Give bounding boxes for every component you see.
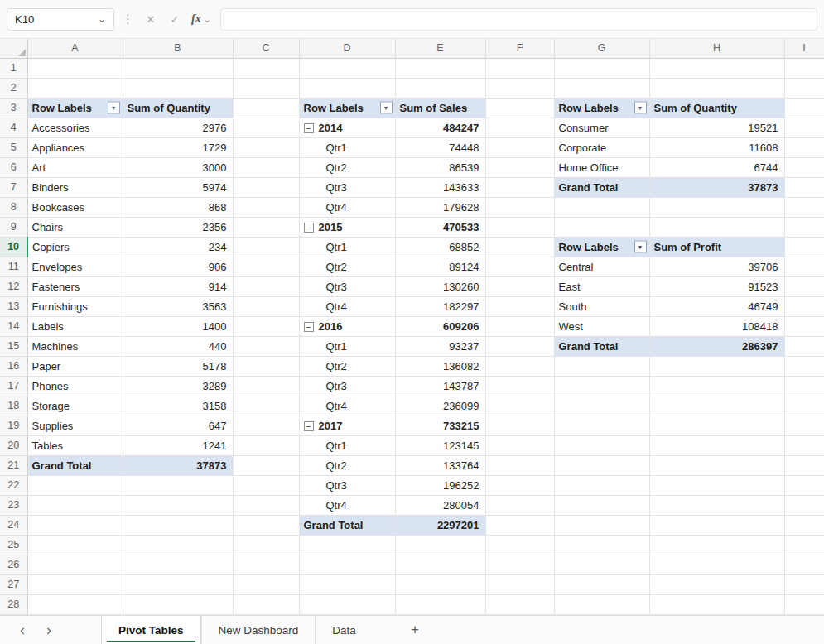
- cell-E13[interactable]: 182297: [395, 296, 485, 316]
- row-header-22[interactable]: 22: [0, 475, 27, 495]
- cell-F10[interactable]: [485, 237, 554, 257]
- cell-D23[interactable]: Qtr4: [299, 495, 395, 515]
- cell-E7[interactable]: 143633: [395, 177, 485, 197]
- cell-C6[interactable]: [233, 157, 299, 177]
- cell-H27[interactable]: [649, 574, 784, 594]
- cell-B14[interactable]: 1400: [123, 316, 233, 336]
- cell-G17[interactable]: [554, 376, 649, 396]
- cell-I26[interactable]: [784, 555, 824, 574]
- cell-I5[interactable]: [784, 137, 824, 157]
- cell-D28[interactable]: [299, 594, 395, 614]
- cell-H5[interactable]: 11608: [649, 137, 784, 157]
- cell-I7[interactable]: [784, 177, 824, 197]
- cell-C3[interactable]: [233, 98, 299, 118]
- cell-E27[interactable]: [395, 574, 485, 594]
- cell-A23[interactable]: [27, 495, 123, 515]
- collapse-icon[interactable]: −: [304, 223, 314, 233]
- cell-G4[interactable]: Consumer: [554, 118, 649, 137]
- filter-dropdown-icon[interactable]: ▾: [634, 102, 647, 114]
- cell-C14[interactable]: [233, 316, 299, 336]
- cell-E12[interactable]: 130260: [395, 276, 485, 296]
- cell-F28[interactable]: [485, 594, 554, 614]
- row-header-3[interactable]: 3: [0, 98, 27, 118]
- cell-B19[interactable]: 647: [123, 416, 233, 435]
- cell-D14[interactable]: −2016: [299, 316, 395, 336]
- cell-F2[interactable]: [485, 78, 554, 98]
- cell-D15[interactable]: Qtr1: [299, 336, 395, 356]
- cell-I16[interactable]: [784, 356, 824, 376]
- cell-I23[interactable]: [784, 495, 824, 515]
- cell-G24[interactable]: [554, 515, 649, 535]
- cell-E4[interactable]: 484247: [395, 118, 485, 137]
- cell-G15[interactable]: Grand Total: [554, 336, 649, 356]
- cell-E8[interactable]: 179628: [395, 197, 485, 217]
- cell-H26[interactable]: [649, 555, 784, 574]
- cell-C7[interactable]: [233, 177, 299, 197]
- cell-A27[interactable]: [27, 574, 123, 594]
- cell-A21[interactable]: Grand Total: [27, 455, 123, 475]
- cell-D9[interactable]: −2015: [299, 217, 395, 237]
- cell-F27[interactable]: [485, 574, 554, 594]
- cell-C27[interactable]: [233, 574, 299, 594]
- cell-H9[interactable]: [649, 217, 784, 237]
- row-header-12[interactable]: 12: [0, 276, 27, 296]
- cell-C23[interactable]: [233, 495, 299, 515]
- cell-G18[interactable]: [554, 396, 649, 416]
- cell-C20[interactable]: [233, 435, 299, 455]
- cell-E19[interactable]: 733215: [395, 416, 485, 435]
- chevron-down-icon[interactable]: ⌄: [98, 13, 106, 25]
- collapse-icon[interactable]: −: [304, 421, 314, 431]
- cell-B13[interactable]: 3563: [123, 296, 233, 316]
- row-header-13[interactable]: 13: [0, 296, 27, 316]
- cell-B15[interactable]: 440: [123, 336, 233, 356]
- cell-A4[interactable]: Accessories: [27, 118, 123, 137]
- cell-E16[interactable]: 136082: [395, 356, 485, 376]
- cell-C15[interactable]: [233, 336, 299, 356]
- cell-E14[interactable]: 609206: [395, 316, 485, 336]
- cell-I21[interactable]: [784, 455, 824, 475]
- cell-C4[interactable]: [233, 118, 299, 137]
- filter-dropdown-icon[interactable]: ▾: [108, 102, 120, 114]
- cell-G11[interactable]: Central: [554, 257, 649, 276]
- row-header-23[interactable]: 23: [0, 495, 27, 515]
- cell-D12[interactable]: Qtr3: [299, 276, 395, 296]
- row-header-10[interactable]: 10: [0, 237, 27, 257]
- cell-A26[interactable]: [27, 555, 123, 574]
- row-header-24[interactable]: 24: [0, 515, 27, 535]
- filter-dropdown-icon[interactable]: ▾: [380, 102, 393, 114]
- cell-C5[interactable]: [233, 137, 299, 157]
- cell-B27[interactable]: [123, 574, 233, 594]
- cell-A28[interactable]: [27, 594, 123, 614]
- cell-D27[interactable]: [299, 574, 395, 594]
- cell-G8[interactable]: [554, 197, 649, 217]
- cell-G26[interactable]: [554, 555, 649, 574]
- cell-G1[interactable]: [554, 58, 649, 78]
- cell-D8[interactable]: Qtr4: [299, 197, 395, 217]
- cell-F25[interactable]: [485, 535, 554, 555]
- cell-B16[interactable]: 5178: [123, 356, 233, 376]
- cell-E24[interactable]: 2297201: [395, 515, 485, 535]
- cell-D6[interactable]: Qtr2: [299, 157, 395, 177]
- cell-E2[interactable]: [395, 78, 485, 98]
- row-header-14[interactable]: 14: [0, 316, 27, 336]
- row-header-21[interactable]: 21: [0, 455, 27, 475]
- cell-I1[interactable]: [784, 58, 824, 78]
- row-header-16[interactable]: 16: [0, 356, 27, 376]
- next-sheet-icon[interactable]: ›: [46, 622, 51, 637]
- cell-H25[interactable]: [649, 535, 784, 555]
- cell-A2[interactable]: [27, 78, 123, 98]
- cell-D11[interactable]: Qtr2: [299, 257, 395, 276]
- cell-A11[interactable]: Envelopes: [27, 257, 123, 276]
- cell-F1[interactable]: [485, 58, 554, 78]
- cell-E23[interactable]: 280054: [395, 495, 485, 515]
- cell-I2[interactable]: [784, 78, 824, 98]
- row-header-6[interactable]: 6: [0, 157, 27, 177]
- row-header-26[interactable]: 26: [0, 555, 27, 574]
- sheet-tab-new-dashboard[interactable]: New Dashboard: [201, 616, 316, 644]
- row-header-1[interactable]: 1: [0, 58, 27, 78]
- collapse-icon[interactable]: −: [304, 322, 314, 332]
- cell-H4[interactable]: 19521: [649, 118, 784, 137]
- cell-D25[interactable]: [299, 535, 395, 555]
- row-header-11[interactable]: 11: [0, 257, 27, 276]
- cell-E5[interactable]: 74448: [395, 137, 485, 157]
